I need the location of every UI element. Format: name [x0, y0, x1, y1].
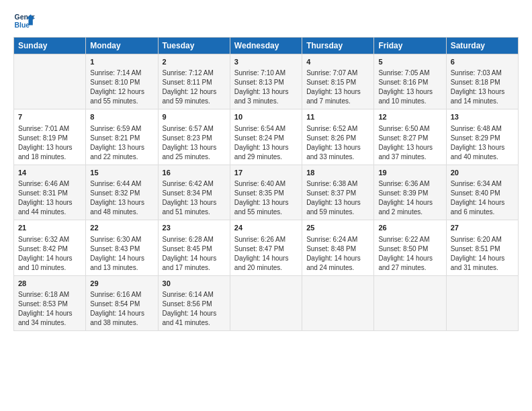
- day-number: 2: [163, 57, 226, 67]
- cell-w1-d7: 6Sunrise: 7:03 AM Sunset: 8:18 PM Daylig…: [446, 54, 518, 109]
- week-row-3: 14Sunrise: 6:46 AM Sunset: 8:31 PM Dayli…: [14, 165, 519, 220]
- day-number: 14: [18, 168, 81, 178]
- day-number: 28: [18, 279, 81, 289]
- day-info: Sunrise: 7:14 AM Sunset: 8:10 PM Dayligh…: [90, 68, 153, 106]
- day-info: Sunrise: 6:38 AM Sunset: 8:37 PM Dayligh…: [306, 179, 369, 217]
- cell-w5-d5: [302, 275, 374, 330]
- cell-w5-d1: 28Sunrise: 6:18 AM Sunset: 8:53 PM Dayli…: [14, 275, 86, 330]
- day-info: Sunrise: 7:01 AM Sunset: 8:19 PM Dayligh…: [18, 124, 81, 162]
- cell-w2-d2: 8Sunrise: 6:59 AM Sunset: 8:21 PM Daylig…: [86, 109, 158, 165]
- logo: General Blue: [13, 10, 35, 32]
- day-number: 29: [90, 279, 153, 289]
- header-row: SundayMondayTuesdayWednesdayThursdayFrid…: [14, 38, 519, 54]
- day-info: Sunrise: 6:36 AM Sunset: 8:39 PM Dayligh…: [378, 179, 441, 217]
- day-number: 20: [451, 168, 514, 178]
- day-number: 22: [90, 223, 153, 233]
- calendar-table: SundayMondayTuesdayWednesdayThursdayFrid…: [13, 37, 519, 331]
- cell-w2-d3: 9Sunrise: 6:57 AM Sunset: 8:23 PM Daylig…: [158, 109, 230, 165]
- day-number: 4: [306, 57, 369, 67]
- day-info: Sunrise: 6:34 AM Sunset: 8:40 PM Dayligh…: [451, 179, 514, 217]
- day-info: Sunrise: 6:48 AM Sunset: 8:29 PM Dayligh…: [451, 124, 514, 162]
- day-info: Sunrise: 6:16 AM Sunset: 8:54 PM Dayligh…: [90, 290, 153, 328]
- cell-w3-d1: 14Sunrise: 6:46 AM Sunset: 8:31 PM Dayli…: [14, 165, 86, 220]
- day-number: 12: [378, 112, 441, 122]
- cell-w3-d4: 17Sunrise: 6:40 AM Sunset: 8:35 PM Dayli…: [230, 165, 302, 220]
- day-number: 23: [163, 223, 226, 233]
- cell-w4-d3: 23Sunrise: 6:28 AM Sunset: 8:45 PM Dayli…: [158, 220, 230, 275]
- day-info: Sunrise: 7:03 AM Sunset: 8:18 PM Dayligh…: [451, 68, 514, 106]
- col-header-monday: Monday: [86, 38, 158, 54]
- cell-w2-d7: 13Sunrise: 6:48 AM Sunset: 8:29 PM Dayli…: [446, 109, 518, 165]
- cell-w3-d2: 15Sunrise: 6:44 AM Sunset: 8:32 PM Dayli…: [86, 165, 158, 220]
- day-number: 3: [234, 57, 298, 67]
- day-info: Sunrise: 6:32 AM Sunset: 8:42 PM Dayligh…: [18, 235, 81, 273]
- cell-w4-d2: 22Sunrise: 6:30 AM Sunset: 8:43 PM Dayli…: [86, 220, 158, 275]
- day-number: 1: [90, 57, 153, 67]
- col-header-saturday: Saturday: [446, 38, 518, 54]
- col-header-friday: Friday: [374, 38, 446, 54]
- cell-w4-d5: 25Sunrise: 6:24 AM Sunset: 8:48 PM Dayli…: [302, 220, 374, 275]
- day-info: Sunrise: 7:07 AM Sunset: 8:15 PM Dayligh…: [306, 68, 369, 106]
- svg-text:Blue: Blue: [15, 21, 30, 29]
- cell-w3-d5: 18Sunrise: 6:38 AM Sunset: 8:37 PM Dayli…: [302, 165, 374, 220]
- cell-w1-d5: 4Sunrise: 7:07 AM Sunset: 8:15 PM Daylig…: [302, 54, 374, 109]
- cell-w5-d2: 29Sunrise: 6:16 AM Sunset: 8:54 PM Dayli…: [86, 275, 158, 330]
- week-row-4: 21Sunrise: 6:32 AM Sunset: 8:42 PM Dayli…: [14, 220, 519, 275]
- day-info: Sunrise: 6:26 AM Sunset: 8:47 PM Dayligh…: [234, 235, 298, 273]
- week-row-1: 1Sunrise: 7:14 AM Sunset: 8:10 PM Daylig…: [14, 54, 519, 109]
- day-info: Sunrise: 6:14 AM Sunset: 8:56 PM Dayligh…: [163, 290, 226, 328]
- cell-w1-d6: 5Sunrise: 7:05 AM Sunset: 8:16 PM Daylig…: [374, 54, 446, 109]
- logo-icon: General Blue: [13, 10, 35, 32]
- cell-w5-d3: 30Sunrise: 6:14 AM Sunset: 8:56 PM Dayli…: [158, 275, 230, 330]
- cell-w2-d5: 11Sunrise: 6:52 AM Sunset: 8:26 PM Dayli…: [302, 109, 374, 165]
- col-header-wednesday: Wednesday: [230, 38, 302, 54]
- day-number: 25: [306, 223, 369, 233]
- day-info: Sunrise: 6:59 AM Sunset: 8:21 PM Dayligh…: [90, 124, 153, 162]
- week-row-5: 28Sunrise: 6:18 AM Sunset: 8:53 PM Dayli…: [14, 275, 519, 330]
- cell-w3-d3: 16Sunrise: 6:42 AM Sunset: 8:34 PM Dayli…: [158, 165, 230, 220]
- day-number: 5: [378, 57, 441, 67]
- day-number: 8: [90, 112, 153, 122]
- day-info: Sunrise: 7:10 AM Sunset: 8:13 PM Dayligh…: [234, 68, 298, 106]
- day-info: Sunrise: 6:57 AM Sunset: 8:23 PM Dayligh…: [163, 124, 226, 162]
- cell-w1-d2: 1Sunrise: 7:14 AM Sunset: 8:10 PM Daylig…: [86, 54, 158, 109]
- cell-w2-d4: 10Sunrise: 6:54 AM Sunset: 8:24 PM Dayli…: [230, 109, 302, 165]
- day-number: 11: [306, 112, 369, 122]
- cell-w3-d7: 20Sunrise: 6:34 AM Sunset: 8:40 PM Dayli…: [446, 165, 518, 220]
- day-info: Sunrise: 6:42 AM Sunset: 8:34 PM Dayligh…: [163, 179, 226, 217]
- day-number: 21: [18, 223, 81, 233]
- cell-w3-d6: 19Sunrise: 6:36 AM Sunset: 8:39 PM Dayli…: [374, 165, 446, 220]
- day-info: Sunrise: 6:20 AM Sunset: 8:51 PM Dayligh…: [451, 235, 514, 273]
- day-info: Sunrise: 6:50 AM Sunset: 8:27 PM Dayligh…: [378, 124, 441, 162]
- day-info: Sunrise: 6:30 AM Sunset: 8:43 PM Dayligh…: [90, 235, 153, 273]
- day-info: Sunrise: 6:28 AM Sunset: 8:45 PM Dayligh…: [163, 235, 226, 273]
- day-number: 16: [163, 168, 226, 178]
- day-number: 6: [451, 57, 514, 67]
- day-number: 24: [234, 223, 298, 233]
- cell-w4-d7: 27Sunrise: 6:20 AM Sunset: 8:51 PM Dayli…: [446, 220, 518, 275]
- day-number: 10: [234, 112, 298, 122]
- day-number: 27: [451, 223, 514, 233]
- day-number: 26: [378, 223, 441, 233]
- cell-w5-d7: [446, 275, 518, 330]
- col-header-tuesday: Tuesday: [158, 38, 230, 54]
- cell-w4-d4: 24Sunrise: 6:26 AM Sunset: 8:47 PM Dayli…: [230, 220, 302, 275]
- cell-w4-d1: 21Sunrise: 6:32 AM Sunset: 8:42 PM Dayli…: [14, 220, 86, 275]
- cell-w4-d6: 26Sunrise: 6:22 AM Sunset: 8:50 PM Dayli…: [374, 220, 446, 275]
- cell-w2-d1: 7Sunrise: 7:01 AM Sunset: 8:19 PM Daylig…: [14, 109, 86, 165]
- day-info: Sunrise: 6:22 AM Sunset: 8:50 PM Dayligh…: [378, 235, 441, 273]
- cell-w5-d4: [230, 275, 302, 330]
- day-info: Sunrise: 6:40 AM Sunset: 8:35 PM Dayligh…: [234, 179, 298, 217]
- day-number: 17: [234, 168, 298, 178]
- header: General Blue: [13, 10, 519, 32]
- cell-w1-d3: 2Sunrise: 7:12 AM Sunset: 8:11 PM Daylig…: [158, 54, 230, 109]
- day-info: Sunrise: 7:05 AM Sunset: 8:16 PM Dayligh…: [378, 68, 441, 106]
- day-number: 30: [163, 279, 226, 289]
- day-number: 18: [306, 168, 369, 178]
- cell-w5-d6: [374, 275, 446, 330]
- week-row-2: 7Sunrise: 7:01 AM Sunset: 8:19 PM Daylig…: [14, 109, 519, 165]
- day-number: 13: [451, 112, 514, 122]
- day-info: Sunrise: 6:18 AM Sunset: 8:53 PM Dayligh…: [18, 290, 81, 328]
- col-header-thursday: Thursday: [302, 38, 374, 54]
- cell-w1-d1: [14, 54, 86, 109]
